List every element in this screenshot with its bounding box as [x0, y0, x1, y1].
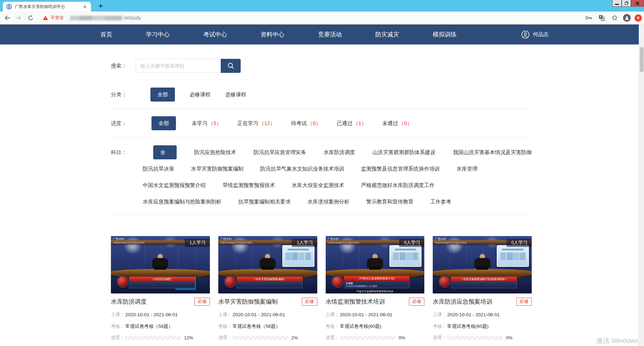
nav-item-learning-center[interactable]: 学习中心	[146, 30, 170, 39]
course-card[interactable]: 广西水利 中国水利水电科学研究院技术支持 0人学习 《中国水文监测预报预警介绍》…	[326, 236, 425, 341]
nav-item-disaster-prevention[interactable]: 防灾减灾	[375, 30, 399, 39]
progress-filter-item[interactable]: 待考试 （0）	[291, 120, 321, 127]
nav-item-exam-center[interactable]: 考试中心	[203, 30, 227, 39]
category-option-required[interactable]: 必修课程	[190, 91, 211, 98]
progress-filter-item[interactable]: 未学习 （5）	[192, 120, 221, 127]
subject-chip[interactable]: 严格规范做好水库防洪调度工作	[361, 182, 434, 189]
course-title[interactable]: 水库防洪应急预案培训	[433, 298, 516, 306]
tab-close-icon[interactable]	[82, 4, 87, 9]
browser-update-icon[interactable]	[635, 14, 642, 22]
subject-chip[interactable]: 工作参考	[430, 199, 451, 205]
subject-chip[interactable]: 监测预警及信息管理系统操作培训	[361, 166, 440, 172]
course-thumbnail[interactable]: 广西水利 中国水利水电科学研究院技术支持 1人学习 《水旱灾害防御预案编制》	[218, 236, 317, 293]
progress-item-name: 正在学习	[237, 120, 258, 127]
page-scrollbar[interactable]	[639, 25, 644, 346]
exam-type: 常规试卷考核（58题）	[233, 323, 281, 330]
new-tab-button[interactable]	[97, 2, 105, 10]
subject-chip[interactable]: 水旱灾害防御预案编制	[191, 166, 243, 172]
studio-logo	[224, 275, 236, 288]
subject-chip[interactable]: 旱情监测预警预报技术	[222, 182, 275, 189]
course-card[interactable]: 广西水利 中国水利水电科学研究院技术支持 1人学习 《水库防洪调度》	[111, 236, 210, 341]
user-chip[interactable]: 何品志	[521, 30, 549, 39]
search-button[interactable]	[221, 59, 241, 73]
learners-badge: 1人学习	[185, 239, 210, 247]
activation-watermark: 激活 Windows	[596, 336, 638, 345]
subject-chip[interactable]: 防汛抗旱气象水文知识业务技术培训	[260, 166, 344, 172]
close-button[interactable]	[631, 0, 644, 7]
subject-chip[interactable]: 抗旱预案编制相关要求	[238, 199, 291, 205]
subject-all-chip[interactable]: 全部	[153, 145, 177, 159]
progress-bar	[233, 336, 288, 340]
progress-percent: 0%	[506, 335, 512, 340]
course-title[interactable]: 水情监测预警技术培训	[326, 298, 409, 306]
security-label: 不安全	[50, 15, 64, 21]
progress-filter-item[interactable]: 已通过 （1）	[337, 120, 366, 127]
course-thumbnail[interactable]: 广西水利 中国水利水电科学研究院技术支持 1人学习 《水库防洪调度》	[111, 236, 210, 293]
subject-chip[interactable]: 水库溃坝案例分析	[307, 199, 349, 205]
progress-item-name: 待考试	[291, 120, 307, 127]
category-option-elective[interactable]: 选修课程	[225, 91, 246, 98]
subject-chip[interactable]: 山洪灾害群测群防体系建设	[373, 149, 436, 156]
subject-chip[interactable]: 防汛抗旱决策	[143, 166, 174, 172]
url-path[interactable]: /#/study	[124, 15, 141, 21]
nav-item-competitions[interactable]: 竞赛活动	[318, 30, 342, 39]
subject-filter-block: 科目： 全部 防汛应急抢险技术 防汛抗旱应急管理实务 水库防洪调度 山洪灾害群测…	[111, 145, 532, 205]
lower-third-banner: 《水旱灾害防御预案编制》	[236, 277, 303, 288]
progress-bar	[447, 336, 502, 340]
window-controls	[612, 0, 644, 7]
browser-profile-avatar[interactable]	[623, 14, 631, 22]
security-badge[interactable]: 不安全	[43, 15, 64, 21]
course-thumbnail[interactable]: 广西水利 中国水利水电科学研究院技术支持 0人学习 《水库应急预案编制与抢险案例…	[433, 236, 532, 293]
subject-chip[interactable]: 防汛抗旱应急管理实务	[254, 149, 306, 156]
course-title[interactable]: 水库防洪调度	[111, 298, 194, 306]
restore-button[interactable]	[622, 0, 631, 7]
subject-chip[interactable]: 中国水文监测预报预警介绍	[143, 182, 206, 189]
course-thumbnail[interactable]: 广西水利 中国水利水电科学研究院技术支持 0人学习 《中国水文监测预报预警介绍》…	[326, 236, 425, 293]
subject-chip[interactable]: 防汛应急抢险技术	[194, 149, 236, 156]
subject-chip[interactable]: 水库大坝安全监测技术	[292, 182, 344, 189]
minimize-button[interactable]	[612, 0, 622, 7]
class-dates: 2020-10-01 - 2021-06-01	[447, 312, 500, 317]
progress-filter-item[interactable]: 正在学习 （12）	[237, 120, 275, 127]
search-input[interactable]	[136, 59, 221, 73]
progress-row: 进度： 0%	[326, 334, 425, 341]
progress-filter-row: 进度： 全部 未学习 （5） 正在学习 （12） 待考试 （0） 已通过 （1）…	[111, 116, 532, 130]
password-key-icon[interactable]	[584, 13, 593, 22]
nav-item-simulation-training[interactable]: 模拟训练	[433, 30, 457, 39]
translate-icon[interactable]	[597, 13, 606, 22]
bookmark-star-icon[interactable]	[610, 13, 619, 22]
lower-third-banner: 《中国水文监测预报预警介绍》 孙春鹏 水利部水文情报预报中心主任教高	[344, 276, 410, 288]
subject-label: 科目：	[111, 149, 136, 156]
nav-item-home[interactable]: 首页	[100, 30, 112, 39]
browser-tab[interactable]: 广西水旱灾害防御培训平台	[3, 2, 91, 12]
progress-filter-item[interactable]: 未通过 （0）	[382, 120, 412, 127]
progress-item-count: （12）	[259, 120, 275, 127]
laptop-decor	[262, 267, 274, 270]
progress-item-count: （1）	[353, 120, 366, 127]
tab-title: 广西水旱灾害防御培训平台	[15, 4, 82, 10]
presenter-silhouette	[367, 258, 383, 268]
back-button[interactable]	[3, 13, 12, 22]
course-card[interactable]: 广西水利 中国水利水电科学研究院技术支持 1人学习 《水旱灾害防御预案编制》	[218, 236, 317, 341]
user-name: 何品志	[533, 31, 549, 38]
presentation-screen	[282, 245, 314, 267]
exam-type: 常规试卷考核(60题)	[447, 323, 489, 330]
subject-chip[interactable]: 水库防洪调度	[324, 149, 355, 156]
course-title[interactable]: 水旱灾害防御预案编制	[218, 298, 302, 306]
search-row: 搜索：	[111, 59, 532, 73]
user-icon	[521, 30, 530, 39]
subject-chip[interactable]: 水库管理	[457, 166, 477, 172]
learners-badge: 0人学习	[507, 239, 532, 247]
nav-item-materials-center[interactable]: 资料中心	[261, 30, 284, 39]
reload-button[interactable]	[26, 13, 35, 22]
forward-button[interactable]	[14, 13, 23, 22]
laptop-decor	[476, 267, 488, 270]
search-label: 搜索：	[111, 63, 136, 69]
subject-chip[interactable]: 水库应急预案编制与抢险案例剖析	[143, 199, 221, 205]
subject-chip[interactable]: 警示教育和宣传教育	[366, 199, 413, 205]
progress-all-chip[interactable]: 全部	[151, 116, 176, 130]
subject-chip[interactable]: 我国山洪灾害基本情况及灾害防御	[453, 149, 532, 156]
category-all-chip[interactable]: 全部	[150, 88, 175, 102]
scrollbar-thumb[interactable]	[640, 47, 644, 72]
course-card[interactable]: 广西水利 中国水利水电科学研究院技术支持 0人学习 《水库应急预案编制与抢险案例…	[433, 236, 532, 341]
